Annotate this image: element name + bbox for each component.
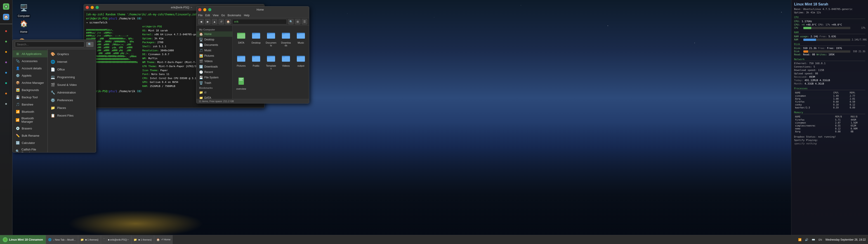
sysmon-cpu-bar-label: CPU bbox=[794, 27, 802, 29]
fm-file-output[interactable]: output bbox=[294, 51, 307, 72]
menu-cat-catfish[interactable]: 🔍 Catfish File Search bbox=[13, 146, 48, 152]
menu-all-applications[interactable]: ⊞ All Applications bbox=[13, 50, 48, 57]
terminal-close-button[interactable] bbox=[86, 6, 89, 9]
fm-sidebar-music[interactable]: 🎵 Music bbox=[196, 48, 232, 53]
menu-cat-backgrounds[interactable]: 🖼️ Backgrounds bbox=[13, 86, 48, 94]
fm-sidebar-bm-ci[interactable]: 📁 ci bbox=[196, 90, 232, 95]
fm-home-button[interactable]: 🏠 bbox=[225, 19, 231, 24]
menu-app-sound-video[interactable]: 🎬 Sound & Video bbox=[48, 81, 96, 89]
fm-sidebar-home[interactable]: 🏠 Home bbox=[196, 31, 232, 37]
filemanager-close-button[interactable] bbox=[198, 8, 202, 11]
taskbar-app-firefox[interactable]: 🌐 ↓ New Tab – Mozill... bbox=[46, 235, 78, 244]
data-folder-name: DATA bbox=[238, 41, 244, 44]
panel-home-button[interactable]: 🏠 bbox=[1, 12, 11, 22]
filemanager-maximize-button[interactable] bbox=[208, 8, 211, 11]
fm-list-view-button[interactable]: ☰ bbox=[302, 19, 307, 24]
fm-file-music[interactable]: Music bbox=[294, 28, 307, 49]
panel-item-8[interactable]: ● bbox=[1, 99, 11, 109]
panel-item-2[interactable]: ● bbox=[1, 37, 11, 46]
menu-cat-bulk-rename[interactable]: ✏️ Bulk Rename bbox=[13, 132, 48, 139]
filemanager-path-bar[interactable]: erik bbox=[232, 19, 287, 24]
fm-back-button[interactable]: ◀ bbox=[198, 19, 204, 24]
fm-sidebar-bm-data[interactable]: 📁 DATA bbox=[196, 95, 232, 99]
fm-menu-edit[interactable]: Edit bbox=[205, 14, 210, 17]
panel-item-4[interactable]: ● bbox=[1, 57, 11, 67]
terminal-minimize-button[interactable] bbox=[91, 6, 94, 9]
menu-cat-calculator[interactable]: 🔢 Calculator bbox=[13, 139, 48, 146]
menu-search-button[interactable]: 🔍 bbox=[86, 42, 94, 47]
menu-cat-applets[interactable]: ⚙️ Applets bbox=[13, 72, 48, 79]
menu-app-office[interactable]: 📄 Office bbox=[48, 65, 96, 73]
fm-up-button[interactable]: ▲ bbox=[212, 19, 217, 24]
taskbar-app-themes2[interactable]: 📁 ■ 1 themes} bbox=[131, 235, 154, 244]
panel-item-7[interactable]: ● bbox=[1, 89, 11, 98]
fm-file-overview[interactable]: overview bbox=[235, 74, 248, 92]
fm-file-pictures[interactable]: Pictures bbox=[235, 51, 248, 72]
fm-sidebar-pictures[interactable]: 🖼️ Pictures bbox=[196, 53, 232, 59]
fm-file-videos[interactable]: Videos bbox=[280, 51, 292, 72]
menu-app-graphics[interactable]: 🎨 Graphics bbox=[48, 50, 96, 58]
desktop-icon-computer[interactable]: 🖥️ Computer bbox=[15, 2, 33, 18]
menu-app-prefs[interactable]: ⚙️ Preferences bbox=[48, 96, 96, 104]
fm-sidebar-videos[interactable]: 🎬 Videos bbox=[196, 59, 232, 64]
panel-item-5[interactable]: ● bbox=[1, 68, 11, 77]
panel-item-1[interactable]: ● bbox=[1, 26, 11, 36]
panel-item-6[interactable]: ● bbox=[1, 78, 11, 88]
menu-app-places[interactable]: 📁 Places bbox=[48, 104, 96, 112]
fm-filesystem-icon: 💾 bbox=[199, 76, 203, 79]
fm-file-public[interactable]: Public bbox=[250, 51, 262, 72]
fm-sidebar-filesystem[interactable]: 💾 File System bbox=[196, 75, 232, 80]
fm-file-templates[interactable]: Templates bbox=[265, 51, 277, 72]
fm-file-desktop[interactable]: Desktop bbox=[250, 28, 262, 49]
mem-row-cinnamon: cinnamon 2.07 1.5GM bbox=[794, 121, 865, 124]
fm-sidebar-trash[interactable]: 🗑️ Trash bbox=[196, 80, 232, 86]
menu-cat-bluetooth[interactable]: 📶 Bluetooth bbox=[13, 108, 48, 115]
terminal-maximize-button[interactable] bbox=[96, 6, 99, 9]
menu-cat-bt-manager[interactable]: 📶 Bluetooth Manager bbox=[13, 115, 48, 125]
fm-grid-view-button[interactable]: ⊞ bbox=[295, 19, 301, 24]
fm-menu-go[interactable]: Go bbox=[221, 14, 225, 17]
taskbar-mint-menu-button[interactable]: 🌿 Linux Mint 18 Cinnamon bbox=[0, 235, 46, 244]
fm-refresh-button[interactable]: ↺ bbox=[219, 19, 224, 24]
menu-cat-accessories[interactable]: 📎 Accessories bbox=[13, 57, 48, 65]
taskbar-app-terminal[interactable]: ⬛ ■ erik@erik-PSQ:~ bbox=[101, 235, 131, 244]
fm-menu-bookmarks[interactable]: Bookmarks bbox=[228, 14, 241, 17]
panel-menu-button[interactable] bbox=[1, 2, 11, 11]
desktop-icon-home[interactable]: 🏠 Home bbox=[15, 18, 33, 34]
fm-filesystem-label: File System bbox=[204, 76, 219, 79]
fm-search-button[interactable]: 🔍 bbox=[288, 19, 293, 24]
fm-sidebar-downloads[interactable]: ⬇️ Downloads bbox=[196, 64, 232, 69]
fm-file-documents[interactable]: Documents bbox=[265, 28, 277, 49]
panel-item-3[interactable]: ● bbox=[1, 47, 11, 57]
backgrounds-label: Backgrounds bbox=[22, 88, 39, 92]
fm-menu-help[interactable]: Help bbox=[244, 14, 250, 17]
panel-icon-6: ● bbox=[3, 80, 9, 86]
menu-cat-brasero[interactable]: 💿 Brasero bbox=[13, 125, 48, 132]
menu-search-input[interactable] bbox=[15, 41, 84, 47]
taskbar-app-themes[interactable]: 📁 ■ 1 themes} bbox=[78, 235, 101, 244]
menu-cat-banshee[interactable]: 🎵 Banshee bbox=[13, 101, 48, 108]
fm-forward-button[interactable]: ▶ bbox=[205, 19, 211, 24]
menu-app-programming[interactable]: 💻 Programming bbox=[48, 73, 96, 81]
taskbar-tray-net: 📶 bbox=[798, 238, 802, 241]
menu-app-internet[interactable]: 🌐 Internet bbox=[48, 58, 96, 65]
sysmon-received-val: 493M bbox=[809, 75, 815, 79]
fm-menu-view[interactable]: View bbox=[213, 14, 219, 17]
menu-app-recent[interactable]: 📋 Recent Files bbox=[48, 112, 96, 119]
accessories-label: Accessories bbox=[22, 59, 37, 63]
fm-menu-file[interactable]: File bbox=[198, 14, 203, 17]
sysmon-ethernet: Ethernet: 750 168.0.1 bbox=[794, 62, 865, 65]
taskbar-app-home[interactable]: 🏠 ⏎ Home bbox=[154, 235, 173, 244]
fm-sidebar-recent[interactable]: 🕐 Recent bbox=[196, 69, 232, 75]
fm-file-data[interactable]: DATA bbox=[235, 28, 248, 49]
menu-cat-archive[interactable]: 📦 Archive Manager bbox=[13, 79, 48, 86]
programming-app-icon: 💻 bbox=[51, 74, 55, 80]
menu-app-admin[interactable]: 🔧 Administration bbox=[48, 89, 96, 96]
menu-cat-account[interactable]: 👤 Account details bbox=[13, 65, 48, 72]
fm-sidebar-desktop[interactable]: 🖥️ Desktop bbox=[196, 37, 232, 42]
fm-sidebar-documents[interactable]: 📄 Documents bbox=[196, 42, 232, 48]
fm-file-downloads[interactable]: Downloads bbox=[280, 28, 292, 49]
panel-separator bbox=[0, 24, 12, 24]
menu-cat-backup[interactable]: 💾 Backup Tool bbox=[13, 94, 48, 101]
filemanager-minimize-button[interactable] bbox=[203, 8, 206, 11]
